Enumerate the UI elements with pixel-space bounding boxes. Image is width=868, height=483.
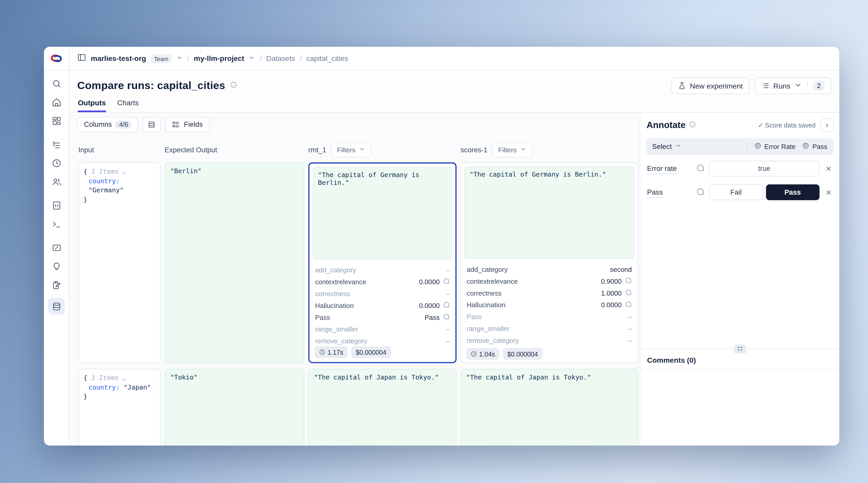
row-height-button[interactable] (143, 117, 161, 132)
desktop-background: marlies-test-org Team / my-llm-project /… (0, 0, 868, 483)
comment-bubble-icon[interactable] (442, 313, 450, 322)
tab-charts[interactable]: Charts (117, 99, 139, 112)
tab-bar: Outputs Charts (69, 98, 839, 113)
error-rate-value-input[interactable] (709, 161, 819, 177)
datasets-icon-active[interactable] (48, 298, 65, 315)
breadcrumb-datasets[interactable]: Datasets (266, 54, 295, 63)
annotation-queues-icon[interactable] (51, 279, 62, 291)
run2-output-cell[interactable]: "The capital of Germany is Berlin." add_… (461, 162, 638, 363)
column-header-run1: rmt_1 (308, 146, 327, 154)
comment-bubble-icon[interactable] (695, 163, 705, 174)
tracing-icon[interactable] (51, 139, 62, 150)
dashboard-icon[interactable] (51, 115, 62, 126)
comment-bubble-icon[interactable] (624, 289, 632, 297)
score-config-pass[interactable]: Pass (802, 142, 828, 151)
users-icon[interactable] (51, 176, 62, 187)
select-dropdown[interactable]: Select (652, 143, 672, 151)
metrics-list: add_category– contextrelevance0.0000 cor… (313, 264, 452, 344)
clock-icon (471, 351, 477, 357)
list-icon (762, 82, 769, 90)
chevron-down-icon (675, 143, 681, 151)
comment-bubble-icon[interactable] (442, 277, 450, 286)
page-title: Compare runs: capital_cities (77, 80, 225, 92)
tab-outputs[interactable]: Outputs (78, 99, 106, 112)
app-logo[interactable] (44, 47, 69, 70)
score-badge-icon (802, 142, 809, 151)
score-row-error-rate: Error rate ✕ (640, 155, 839, 179)
run1-filters-button[interactable]: Filters (331, 143, 371, 157)
prompts-icon[interactable] (51, 200, 62, 211)
fields-button[interactable]: Fields (165, 117, 210, 132)
run2-filters-button[interactable]: Filters (492, 143, 533, 157)
new-experiment-button[interactable]: New experiment (671, 77, 750, 94)
drag-handle[interactable] (734, 344, 746, 354)
breadcrumb-org[interactable]: marlies-test-org (91, 54, 146, 63)
comment-bubble-icon[interactable] (624, 300, 632, 309)
table-row: { 1 Items ⌄ country: "Japan" } "Tokio" "… (69, 369, 640, 446)
chevron-down-icon (795, 81, 802, 90)
score-config-bar: Select Error Rate Pass (646, 138, 833, 155)
table-row: { 1 Items ⌄ country: "Germany" } "Berlin… (69, 162, 640, 363)
home-icon[interactable] (51, 96, 62, 108)
input-cell[interactable]: { 1 Items ⌄ country: "Japan" } (79, 369, 161, 446)
info-icon[interactable] (689, 120, 696, 130)
json-items-toggle[interactable]: 1 Items ⌄ (91, 374, 126, 382)
table-header-row: Input Expected Output rmt_1 Filters scor… (69, 143, 640, 157)
scores-icon[interactable] (51, 242, 62, 253)
expected-output-cell[interactable]: "Tokio" (165, 369, 305, 446)
fields-icon (172, 121, 180, 128)
annotate-panel: Annotate ✓ Score data saved Select Error… (640, 113, 839, 446)
chevron-down-icon[interactable] (249, 54, 255, 63)
clock-icon (319, 349, 325, 355)
comment-bubble-icon[interactable] (695, 187, 705, 198)
org-type-badge: Team (151, 54, 172, 63)
metrics-list: add_categorysecond contextrelevance0.900… (464, 263, 634, 346)
insights-icon[interactable] (51, 261, 62, 272)
cost-badge: $0.000004 (351, 346, 391, 358)
search-icon[interactable] (51, 78, 62, 89)
flask-icon (678, 82, 686, 90)
breadcrumb-separator: / (300, 54, 302, 63)
breadcrumb-project[interactable]: my-llm-project (194, 54, 244, 63)
score-badge-icon (754, 142, 762, 151)
clear-score-button[interactable]: ✕ (824, 164, 833, 173)
pass-button[interactable]: Pass (766, 184, 820, 200)
score-label: Error rate (647, 165, 691, 173)
chevron-right-icon (824, 122, 830, 128)
expected-output-cell[interactable]: "Berlin" (165, 162, 305, 363)
chevron-down-icon[interactable] (177, 54, 183, 63)
sessions-icon[interactable] (51, 157, 62, 169)
fail-button[interactable]: Fail (709, 184, 763, 200)
app-window: marlies-test-org Team / my-llm-project /… (44, 47, 839, 445)
run2-output-cell[interactable]: "The capital of Japan is Tokyo." (461, 369, 638, 446)
comment-bubble-icon[interactable] (624, 276, 632, 285)
comment-bubble-icon[interactable] (442, 301, 450, 310)
info-icon[interactable] (230, 81, 237, 91)
columns-button[interactable]: Columns 4/6 (77, 117, 138, 132)
clear-score-button[interactable]: ✕ (824, 188, 833, 197)
save-status: ✓ Score data saved (758, 121, 816, 129)
runs-button[interactable]: Runs 2 (755, 77, 831, 94)
input-cell[interactable]: { 1 Items ⌄ country: "Germany" } (79, 162, 161, 363)
run1-output-cell[interactable]: "The capital of Japan is Tokyo." (308, 369, 457, 446)
score-row-pass: Pass Fail Pass ✕ (640, 179, 839, 202)
column-header-run2: scores-1 (461, 146, 488, 154)
run-output-text: "The capital of Germany is Berlin." (464, 166, 634, 259)
column-header-input: Input (79, 146, 161, 154)
columns-count-badge: 4/6 (116, 121, 132, 128)
latency-badge: 1.17s (314, 346, 348, 358)
breadcrumb-dataset[interactable]: capital_cities (306, 54, 348, 63)
cost-badge: $0.000004 (503, 348, 542, 360)
score-config-error-rate[interactable]: Error Rate (754, 142, 796, 151)
score-label: Pass (647, 188, 691, 197)
json-items-toggle[interactable]: 1 Items ⌄ (91, 168, 126, 176)
breadcrumb-separator: / (187, 54, 189, 63)
run1-output-cell-selected[interactable]: "The capital of Germany is Berlin." add_… (308, 162, 457, 363)
collapse-panel-button[interactable] (820, 119, 833, 132)
chevron-down-icon (520, 146, 526, 154)
breadcrumb: marlies-test-org Team / my-llm-project /… (69, 47, 839, 70)
sidebar (44, 47, 69, 445)
chevron-down-icon (359, 146, 365, 154)
playground-icon[interactable] (51, 218, 62, 230)
sidebar-toggle-icon[interactable] (77, 53, 86, 64)
